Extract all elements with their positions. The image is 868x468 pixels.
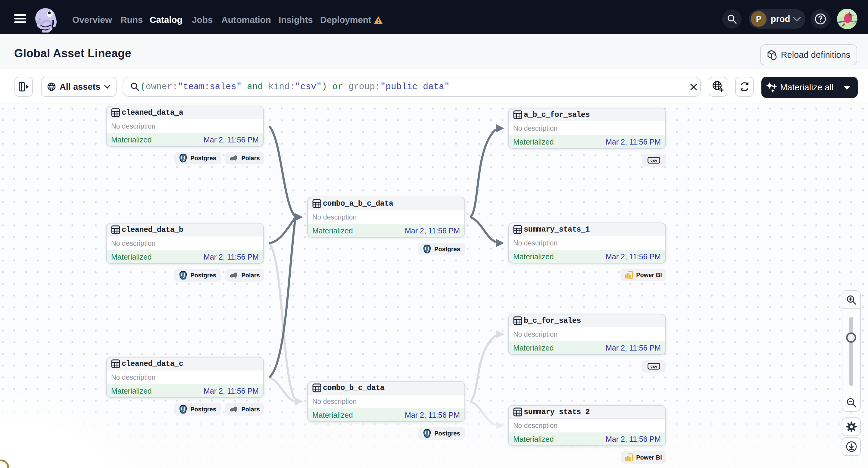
svg-text:csv: csv	[651, 364, 657, 369]
svg-text:csv: csv	[651, 158, 657, 163]
